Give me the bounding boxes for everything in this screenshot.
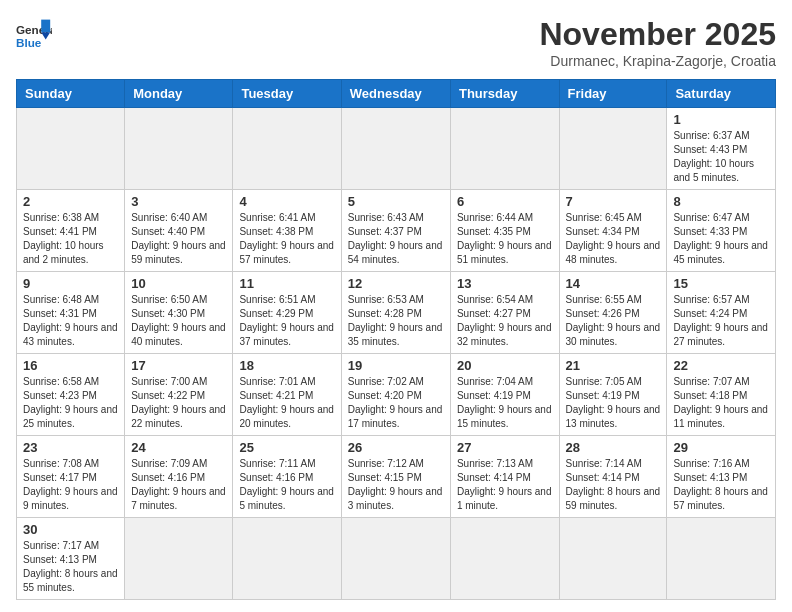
calendar-week-1: 2Sunrise: 6:38 AMSunset: 4:41 PMDaylight… <box>17 190 776 272</box>
day-info: Sunrise: 7:00 AMSunset: 4:22 PMDaylight:… <box>131 375 226 431</box>
calendar-cell: 27Sunrise: 7:13 AMSunset: 4:14 PMDayligh… <box>450 436 559 518</box>
calendar-cell <box>667 518 776 600</box>
title-section: November 2025 Durmanec, Krapina-Zagorje,… <box>539 16 776 69</box>
day-info: Sunrise: 6:41 AMSunset: 4:38 PMDaylight:… <box>239 211 334 267</box>
calendar-cell: 25Sunrise: 7:11 AMSunset: 4:16 PMDayligh… <box>233 436 341 518</box>
calendar-cell: 12Sunrise: 6:53 AMSunset: 4:28 PMDayligh… <box>341 272 450 354</box>
day-number: 9 <box>23 276 118 291</box>
day-info: Sunrise: 7:14 AMSunset: 4:14 PMDaylight:… <box>566 457 661 513</box>
weekday-monday: Monday <box>125 80 233 108</box>
day-number: 20 <box>457 358 553 373</box>
calendar-cell: 1Sunrise: 6:37 AMSunset: 4:43 PMDaylight… <box>667 108 776 190</box>
day-number: 7 <box>566 194 661 209</box>
calendar-week-0: 1Sunrise: 6:37 AMSunset: 4:43 PMDaylight… <box>17 108 776 190</box>
calendar-cell: 21Sunrise: 7:05 AMSunset: 4:19 PMDayligh… <box>559 354 667 436</box>
day-info: Sunrise: 6:37 AMSunset: 4:43 PMDaylight:… <box>673 129 769 185</box>
calendar-cell <box>17 108 125 190</box>
day-info: Sunrise: 6:44 AMSunset: 4:35 PMDaylight:… <box>457 211 553 267</box>
day-info: Sunrise: 7:02 AMSunset: 4:20 PMDaylight:… <box>348 375 444 431</box>
calendar-cell: 24Sunrise: 7:09 AMSunset: 4:16 PMDayligh… <box>125 436 233 518</box>
calendar-cell <box>233 518 341 600</box>
calendar-cell <box>559 108 667 190</box>
day-info: Sunrise: 7:07 AMSunset: 4:18 PMDaylight:… <box>673 375 769 431</box>
day-number: 26 <box>348 440 444 455</box>
month-title: November 2025 <box>539 16 776 53</box>
day-info: Sunrise: 7:04 AMSunset: 4:19 PMDaylight:… <box>457 375 553 431</box>
day-number: 24 <box>131 440 226 455</box>
calendar-cell: 22Sunrise: 7:07 AMSunset: 4:18 PMDayligh… <box>667 354 776 436</box>
day-number: 13 <box>457 276 553 291</box>
day-info: Sunrise: 6:55 AMSunset: 4:26 PMDaylight:… <box>566 293 661 349</box>
day-number: 8 <box>673 194 769 209</box>
calendar-table: SundayMondayTuesdayWednesdayThursdayFrid… <box>16 79 776 600</box>
weekday-saturday: Saturday <box>667 80 776 108</box>
calendar-cell: 8Sunrise: 6:47 AMSunset: 4:33 PMDaylight… <box>667 190 776 272</box>
calendar-cell <box>341 518 450 600</box>
day-info: Sunrise: 7:16 AMSunset: 4:13 PMDaylight:… <box>673 457 769 513</box>
weekday-header-row: SundayMondayTuesdayWednesdayThursdayFrid… <box>17 80 776 108</box>
calendar-week-2: 9Sunrise: 6:48 AMSunset: 4:31 PMDaylight… <box>17 272 776 354</box>
calendar-cell <box>125 108 233 190</box>
day-info: Sunrise: 7:09 AMSunset: 4:16 PMDaylight:… <box>131 457 226 513</box>
day-number: 6 <box>457 194 553 209</box>
calendar-cell: 18Sunrise: 7:01 AMSunset: 4:21 PMDayligh… <box>233 354 341 436</box>
day-info: Sunrise: 7:05 AMSunset: 4:19 PMDaylight:… <box>566 375 661 431</box>
calendar-cell: 28Sunrise: 7:14 AMSunset: 4:14 PMDayligh… <box>559 436 667 518</box>
calendar-cell: 19Sunrise: 7:02 AMSunset: 4:20 PMDayligh… <box>341 354 450 436</box>
weekday-tuesday: Tuesday <box>233 80 341 108</box>
day-number: 30 <box>23 522 118 537</box>
calendar-cell: 14Sunrise: 6:55 AMSunset: 4:26 PMDayligh… <box>559 272 667 354</box>
weekday-friday: Friday <box>559 80 667 108</box>
calendar-cell <box>450 108 559 190</box>
day-number: 11 <box>239 276 334 291</box>
calendar-cell: 5Sunrise: 6:43 AMSunset: 4:37 PMDaylight… <box>341 190 450 272</box>
calendar-cell: 29Sunrise: 7:16 AMSunset: 4:13 PMDayligh… <box>667 436 776 518</box>
calendar-cell: 7Sunrise: 6:45 AMSunset: 4:34 PMDaylight… <box>559 190 667 272</box>
calendar-cell: 17Sunrise: 7:00 AMSunset: 4:22 PMDayligh… <box>125 354 233 436</box>
day-info: Sunrise: 6:58 AMSunset: 4:23 PMDaylight:… <box>23 375 118 431</box>
day-info: Sunrise: 6:53 AMSunset: 4:28 PMDaylight:… <box>348 293 444 349</box>
day-number: 3 <box>131 194 226 209</box>
calendar-cell: 11Sunrise: 6:51 AMSunset: 4:29 PMDayligh… <box>233 272 341 354</box>
calendar-body: 1Sunrise: 6:37 AMSunset: 4:43 PMDaylight… <box>17 108 776 600</box>
calendar-cell <box>233 108 341 190</box>
svg-marker-2 <box>41 20 50 33</box>
day-info: Sunrise: 6:40 AMSunset: 4:40 PMDaylight:… <box>131 211 226 267</box>
day-info: Sunrise: 6:57 AMSunset: 4:24 PMDaylight:… <box>673 293 769 349</box>
day-number: 21 <box>566 358 661 373</box>
day-info: Sunrise: 6:47 AMSunset: 4:33 PMDaylight:… <box>673 211 769 267</box>
calendar-cell: 23Sunrise: 7:08 AMSunset: 4:17 PMDayligh… <box>17 436 125 518</box>
calendar-cell <box>559 518 667 600</box>
calendar-cell: 16Sunrise: 6:58 AMSunset: 4:23 PMDayligh… <box>17 354 125 436</box>
calendar-cell: 3Sunrise: 6:40 AMSunset: 4:40 PMDaylight… <box>125 190 233 272</box>
page-header: General Blue November 2025 Durmanec, Kra… <box>16 16 776 69</box>
calendar-cell: 30Sunrise: 7:17 AMSunset: 4:13 PMDayligh… <box>17 518 125 600</box>
calendar-cell <box>125 518 233 600</box>
day-number: 28 <box>566 440 661 455</box>
day-info: Sunrise: 6:43 AMSunset: 4:37 PMDaylight:… <box>348 211 444 267</box>
calendar-week-3: 16Sunrise: 6:58 AMSunset: 4:23 PMDayligh… <box>17 354 776 436</box>
day-info: Sunrise: 6:51 AMSunset: 4:29 PMDaylight:… <box>239 293 334 349</box>
calendar-cell <box>450 518 559 600</box>
day-number: 14 <box>566 276 661 291</box>
day-info: Sunrise: 7:13 AMSunset: 4:14 PMDaylight:… <box>457 457 553 513</box>
day-info: Sunrise: 6:38 AMSunset: 4:41 PMDaylight:… <box>23 211 118 267</box>
day-number: 22 <box>673 358 769 373</box>
weekday-sunday: Sunday <box>17 80 125 108</box>
day-number: 4 <box>239 194 334 209</box>
day-number: 25 <box>239 440 334 455</box>
calendar-cell: 20Sunrise: 7:04 AMSunset: 4:19 PMDayligh… <box>450 354 559 436</box>
calendar-week-4: 23Sunrise: 7:08 AMSunset: 4:17 PMDayligh… <box>17 436 776 518</box>
day-info: Sunrise: 7:08 AMSunset: 4:17 PMDaylight:… <box>23 457 118 513</box>
day-info: Sunrise: 7:12 AMSunset: 4:15 PMDaylight:… <box>348 457 444 513</box>
day-info: Sunrise: 7:11 AMSunset: 4:16 PMDaylight:… <box>239 457 334 513</box>
day-number: 1 <box>673 112 769 127</box>
calendar-cell: 15Sunrise: 6:57 AMSunset: 4:24 PMDayligh… <box>667 272 776 354</box>
day-number: 5 <box>348 194 444 209</box>
day-number: 15 <box>673 276 769 291</box>
logo-icon: General Blue <box>16 16 52 52</box>
weekday-wednesday: Wednesday <box>341 80 450 108</box>
calendar-cell: 6Sunrise: 6:44 AMSunset: 4:35 PMDaylight… <box>450 190 559 272</box>
day-number: 29 <box>673 440 769 455</box>
day-number: 10 <box>131 276 226 291</box>
